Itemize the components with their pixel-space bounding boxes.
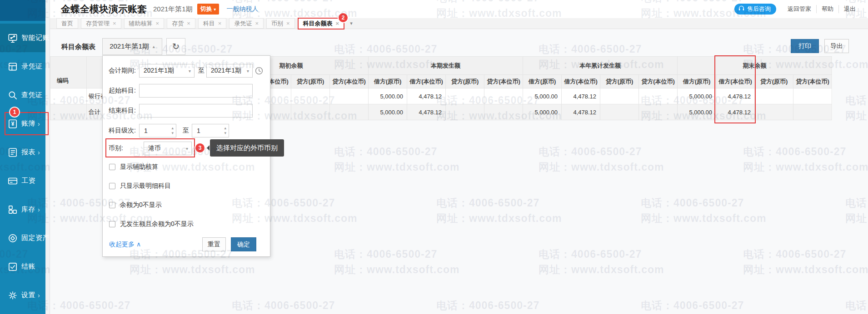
cell-value [291,104,330,120]
sidebar-item-payroll[interactable]: 工资 [0,167,45,195]
chevron-right-icon: › [38,206,40,213]
end-subject-input[interactable] [139,104,253,118]
tab-label: 辅助核算 [129,20,153,28]
tab-currency[interactable]: 币别× [266,18,295,29]
sidebar-item-label: 报表 [21,148,35,157]
chevron-right-icon: › [38,120,40,128]
sidebar-item-report[interactable]: 报表› [0,138,45,167]
tab-inventory[interactable]: 存货× [167,18,195,29]
checkbox-label: 显示辅助核算 [120,163,158,171]
voucher-icon [7,61,18,72]
switch-period-button[interactable]: 切换 ▾ [197,4,219,15]
cell-value: 5,000.00 [369,88,407,104]
collapse-more-link[interactable]: 收起更多 ∧ [109,240,141,249]
currency-select[interactable]: 港币 ▾ [144,142,192,155]
cell-value [755,104,793,120]
report-period-value: 2021年第1期 [110,42,149,51]
accounting-period-row: 会计期间: 2021年1期 ▾ 至 2021年1期 ▾ [103,64,270,78]
cell-value [755,88,793,104]
sidebar-item-ledger[interactable]: ¥账簿›1 [0,109,45,138]
tab-aux-accounting[interactable]: 辅助核算× [124,18,165,29]
cell-value [330,88,369,104]
start-subject-input[interactable] [139,84,253,98]
subject-level-row: 科目级次: 1 ▴▾ 至 1 ▴▾ [103,124,270,137]
sidebar-menu: 智能记账录凭证查凭证¥账簿›1报表›工资库存›固定资产结账设置› [0,24,45,309]
sidebar-item-voucher-entry[interactable]: 录凭证 [0,52,45,81]
filter-checkbox-0[interactable]: 显示辅助核算 [109,163,158,171]
refresh-button[interactable]: ↻ [166,38,185,55]
stepper-arrows-icon[interactable]: ▴▾ [224,126,226,136]
period-from-select[interactable]: 2021年1期 ▾ [139,64,195,78]
currency-tooltip: 选择对应的外币币别 [210,139,284,157]
content-area: 科目余额表 2021年第1期 ▴ ↻ 打印 导出 编码期初余额本期发生额本年累计… [50,29,868,314]
sub-header-0-2: 贷方(原币) [291,75,330,88]
cell-value: 4,478.12 [716,104,755,120]
cell-value: 5,000.00 [523,88,562,104]
sidebar-item-label: 智能记账 [21,34,50,42]
sub-header-1-0: 借方(原币) [369,75,407,88]
sub-header-3-3: 贷方(本位币) [793,75,832,88]
sub-header-1-1: 借方(本位币) [407,75,446,88]
report-icon [7,147,18,158]
sidebar-item-voucher-search[interactable]: 查凭证 [0,81,45,109]
top-links: 返回管家帮助退出 [783,5,861,13]
filter-checkbox-2[interactable]: 余额为0不显示 [109,201,162,209]
sidebar-content-divider [45,0,50,314]
level-from-stepper[interactable]: 1 ▴▾ [139,124,176,137]
tutorial-badge-2: 2 [339,13,348,22]
accounting-period-label: 会计期间: [109,67,136,75]
checkbox-icon [109,202,115,208]
tab-subject-balance[interactable]: 科目余额表×2 [298,18,345,29]
report-period-dropdown[interactable]: 2021年第1期 ▴ [102,38,162,55]
print-button[interactable]: 打印 [791,39,819,53]
top-link-1[interactable]: 帮助 [816,5,838,13]
filter-checkbox-1[interactable]: 只显示最明细科目 [109,182,171,190]
caret-up-icon: ▴ [153,44,155,49]
close-icon[interactable]: × [286,20,290,27]
tab-label: 首页 [61,20,73,28]
tab-home[interactable]: 首页 [56,18,78,29]
cell-value: 4,478.12 [562,88,600,104]
level-to-stepper[interactable]: 1 ▴▾ [192,124,229,137]
confirm-button[interactable]: 确定 [231,237,256,251]
close-icon[interactable]: × [336,20,339,27]
tab-subject[interactable]: 科目× [198,18,227,29]
top-link-2[interactable]: 退出 [838,5,861,13]
sidebar-item-label: 固定资产 [21,234,50,242]
sidebar-item-inventory[interactable]: 库存› [0,195,45,224]
cell-value [484,88,523,104]
close-icon[interactable]: × [113,20,116,27]
sidebar-item-smart-accounting[interactable]: 智能记账 [0,24,45,52]
sidebar-item-fixed-assets[interactable]: 固定资产 [0,224,45,252]
cell-value [793,104,832,120]
close-icon[interactable]: × [187,20,190,27]
search-icon [7,90,18,101]
tab-voucher-entry[interactable]: 录凭证× [229,18,264,29]
top-link-0[interactable]: 返回管家 [783,5,816,13]
tab-inventory-mgmt[interactable]: 存货管理× [81,18,121,29]
period-to-select[interactable]: 2021年1期 ▾ [206,64,253,78]
collapse-caret-icon: ∧ [136,240,141,248]
close-icon[interactable]: × [218,20,222,27]
cell-value: 5,000.00 [678,104,716,120]
export-button[interactable]: 导出 [824,39,849,53]
reset-button[interactable]: 重置 [202,237,226,251]
close-icon[interactable]: × [156,20,160,27]
headset-icon [738,5,745,13]
sub-header-2-1: 借方(本位币) [562,75,600,88]
sub-header-2-0: 借方(原币) [523,75,562,88]
taxpayer-type-link[interactable]: 一般纳税人 [226,5,258,13]
sidebar-brand-block [0,0,45,21]
clock-icon[interactable] [254,64,264,78]
close-icon[interactable]: × [255,20,259,27]
sidebar-item-settings[interactable]: 设置› [0,281,45,309]
after-sales-button[interactable]: 售后咨询 [734,4,776,15]
tab-overflow-caret-icon[interactable]: ▾ [347,20,355,26]
subject-level-label: 科目级次: [109,127,136,135]
sub-header-2-3: 贷方(本位币) [639,75,678,88]
filter-checkbox-3[interactable]: 无发生额且余额为0不显示 [109,220,194,228]
checkbox-label: 无发生额且余额为0不显示 [120,220,194,228]
ledger-icon: ¥ [7,118,18,129]
sidebar-item-closing[interactable]: 结账 [0,252,45,281]
stepper-arrows-icon[interactable]: ▴▾ [171,126,174,136]
